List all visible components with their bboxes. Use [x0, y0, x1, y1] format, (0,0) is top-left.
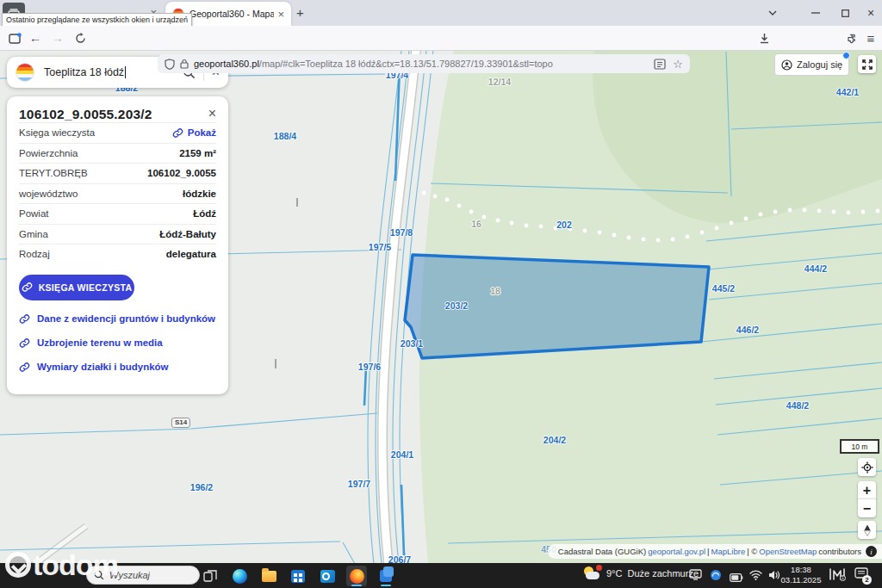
- parcel-label: 196/2: [190, 482, 213, 492]
- login-label: Zaloguj się: [797, 59, 842, 70]
- info-icon[interactable]: i: [866, 546, 877, 557]
- attribution-link[interactable]: MapLibre: [711, 547, 746, 556]
- browser-toolbar: ← → geoportal360.pl/map/#clk=Toeplitza 1…: [0, 26, 882, 51]
- row-label: Powiat: [19, 208, 49, 219]
- task-view-icon: [203, 570, 217, 582]
- extension-icon: [846, 32, 858, 44]
- bookmark-star-icon[interactable]: ☆: [673, 58, 683, 71]
- active-tab-title: Geoportal360 - Mapa Interakty: [189, 9, 274, 19]
- reader-mode-icon[interactable]: [654, 59, 666, 70]
- lock-icon[interactable]: [180, 59, 189, 69]
- parcel-label: 197/8: [390, 227, 413, 238]
- taskbar-clock[interactable]: 18:38 03.11.2025: [780, 565, 823, 585]
- weather-widget[interactable]: 9°C Duże zachmurze...: [582, 565, 699, 582]
- ksiega-wieczysta-button[interactable]: KSIĘGA WIECZYSTA: [19, 275, 134, 300]
- downloads-button[interactable]: [755, 28, 773, 47]
- firefox-button-active[interactable]: [346, 566, 367, 586]
- close-window-button[interactable]: ×: [860, 0, 882, 26]
- close-tab-icon[interactable]: ×: [277, 8, 284, 21]
- tray-battery-icon[interactable]: [730, 570, 743, 585]
- forward-button[interactable]: →: [48, 28, 67, 47]
- clock-date: 03.11.2025: [780, 575, 823, 585]
- row-value: Łódź-Bałuty: [159, 229, 216, 239]
- tray-display-icon[interactable]: [689, 568, 702, 584]
- locate-button[interactable]: [858, 458, 876, 476]
- back-button[interactable]: ←: [26, 28, 45, 47]
- parcel-label: 18: [490, 286, 500, 296]
- restore-button[interactable]: [832, 0, 858, 26]
- pen-input-icon[interactable]: 1: [829, 567, 846, 585]
- zoom-in-button[interactable]: +: [858, 481, 876, 499]
- zoom-out-button[interactable]: −: [858, 498, 876, 517]
- close-icon: ×: [867, 6, 874, 20]
- firefox-view-icon: [9, 33, 22, 44]
- minimize-button[interactable]: [803, 0, 829, 26]
- road-shield-s14: S14: [171, 418, 190, 428]
- weather-icon: [582, 565, 601, 582]
- tray-volume-icon[interactable]: [768, 568, 780, 584]
- search-input[interactable]: Toeplitza 18 łódź: [44, 66, 126, 78]
- link-dane-ewidencji[interactable]: Dane z ewidencji gruntów i budynków: [19, 313, 216, 325]
- firefox-view-button[interactable]: [5, 28, 24, 47]
- parcel-label: 446/2: [736, 325, 759, 335]
- extension-button[interactable]: [842, 28, 861, 47]
- row-value: 106102_9.0055: [147, 168, 216, 178]
- parcel-label: 204/1: [391, 449, 413, 460]
- parcel-label: 448/2: [786, 400, 809, 411]
- tray-wifi-icon[interactable]: [749, 568, 762, 584]
- reload-icon: [75, 33, 86, 44]
- link-icon: [22, 282, 33, 293]
- link-icon: [19, 313, 30, 325]
- folder-icon: [262, 571, 276, 582]
- task-view-button[interactable]: [200, 566, 220, 586]
- active-app-indicator: [351, 585, 362, 586]
- fullscreen-button[interactable]: [858, 55, 876, 73]
- url-text: geoportal360.pl/map/#clk=Toeplitza 18 łó…: [194, 59, 654, 69]
- otodom-logo-icon: [5, 552, 31, 578]
- link-wymiary-dzialki[interactable]: Wymiary działki i budynków: [19, 362, 216, 373]
- reload-button[interactable]: [71, 28, 90, 47]
- clock-time: 18:38: [780, 565, 823, 575]
- tray-cloud-icon[interactable]: [710, 569, 722, 585]
- info-row: GminaŁódź-Bałuty: [19, 224, 216, 244]
- shield-icon[interactable]: [165, 59, 175, 70]
- weather-temp: 9°C: [606, 568, 622, 579]
- pokaz-link[interactable]: Pokaż: [172, 127, 216, 139]
- parcel-label: 202: [556, 220, 572, 230]
- parcel-label: 188/4: [274, 131, 296, 141]
- compass-button[interactable]: [858, 521, 876, 539]
- row-label: Rodzaj: [19, 249, 50, 259]
- close-panel-button[interactable]: ×: [208, 107, 216, 121]
- tab-list-chevron[interactable]: [760, 0, 786, 26]
- active-app-indicator: [381, 585, 391, 586]
- parcel-label: 197/6: [358, 362, 381, 372]
- outlook-button[interactable]: [317, 566, 338, 586]
- hamburger-icon: ≡: [867, 31, 875, 46]
- edge-icon: [233, 569, 247, 584]
- scale-bar: 10 m: [840, 439, 879, 454]
- address-bar[interactable]: geoportal360.pl/map/#clk=Toeplitza 18 łó…: [158, 54, 690, 73]
- store-button[interactable]: [288, 566, 308, 586]
- fullscreen-icon: [862, 59, 873, 70]
- row-value: delegatura: [166, 249, 216, 259]
- attribution-link[interactable]: geoportal.gov.pl: [648, 547, 705, 556]
- edge-button[interactable]: [229, 566, 250, 586]
- parcel-label: 444/2: [804, 263, 827, 274]
- link-icon: [19, 362, 30, 373]
- link-uzbrojenie-terenu[interactable]: Uzbrojenie terenu w media: [19, 337, 216, 349]
- login-button[interactable]: Zaloguj się: [774, 53, 849, 76]
- link-icon: [19, 337, 30, 349]
- row-label: Powierzchnia: [19, 148, 78, 158]
- store-icon: [291, 570, 305, 583]
- app-button[interactable]: [376, 566, 396, 586]
- notification-center-button[interactable]: 2: [854, 567, 868, 583]
- parcel-label: 197/5: [369, 242, 391, 252]
- attribution-link[interactable]: OpenStreetMap: [759, 547, 817, 556]
- menu-button[interactable]: ≡: [861, 28, 880, 47]
- info-row: PowiatŁódź: [19, 203, 216, 224]
- new-tab-button[interactable]: +: [296, 5, 304, 20]
- link-icon: [172, 127, 183, 139]
- file-explorer-button[interactable]: [258, 566, 279, 586]
- parcel-label: 442/1: [836, 87, 859, 97]
- otodom-watermark-text: todom: [33, 552, 118, 578]
